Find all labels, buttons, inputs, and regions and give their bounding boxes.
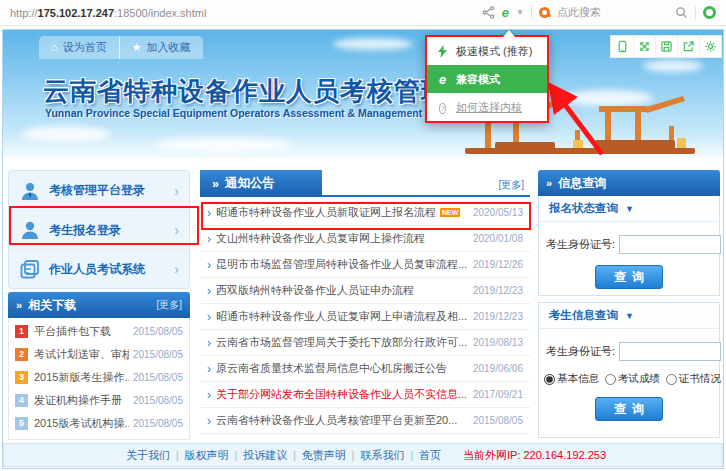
download-date: 2015/08/05 [133, 372, 183, 383]
notice-date: 2019/12/23 [467, 285, 523, 296]
notice-item[interactable]: › 昭通市特种设备作业人员新取证网上报名流程 NEW 2020/05/13 [200, 200, 530, 226]
menu-item-kernel-help[interactable]: ? 如何选择内核 [427, 93, 547, 121]
notice-item[interactable]: › 文山州特种设备作业人员复审网上操作流程 2020/01/08 [200, 226, 530, 252]
info-query-button[interactable]: 查询 [595, 397, 663, 421]
login-label: 考核管理平台登录 [49, 182, 166, 199]
chevron-right-icon: › [207, 284, 211, 298]
notices-more-link[interactable]: [更多] [498, 178, 524, 192]
radio-exam-score[interactable]: 考试成绩 [605, 372, 660, 386]
download-date: 2015/08/05 [133, 395, 183, 406]
rank-badge: 5 [15, 417, 28, 430]
rank-badge: 3 [15, 371, 28, 384]
cloud-decoration [21, 126, 111, 142]
login-item-candidate-signup[interactable]: 考生报名登录 › [9, 210, 189, 249]
notice-date: 2017/09/21 [467, 389, 523, 400]
notice-title: 西双版纳州特种设备作业人员证申办流程 [216, 283, 414, 298]
fullscreen-button[interactable] [633, 36, 655, 57]
notice-title: 文山州特种设备作业人员复审网上操作流程 [216, 231, 425, 246]
notice-item[interactable]: › 云南省特种设备作业人员考核管理平台更新至20... 2015/08/05 [200, 408, 530, 434]
id-field-row: 考生身份证号: [539, 222, 719, 254]
footer: 关于我们| 版权声明| 投诉建议| 免责声明| 联系我们| 首页 当前外网IP:… [3, 443, 723, 467]
exam-card-icon [19, 258, 41, 280]
chevron-down-icon: ▼ [625, 204, 634, 214]
status-query-button[interactable]: 查询 [595, 265, 663, 289]
home-icon: ⌂ [51, 42, 58, 53]
speed-mode-label: 极速模式 (推荐) [456, 44, 532, 59]
download-item[interactable]: 5 2015版考试机构操... 2015/08/05 [9, 412, 189, 435]
notice-item-alert[interactable]: › 关于部分网站发布全国特种设备作业人员不实信息... 2017/09/21 [200, 382, 530, 408]
notice-item[interactable]: › 原云南省质量技术监督局信息中心机房搬迁公告 2019/06/06 [200, 356, 530, 382]
download-item[interactable]: 3 2015新版考生操作... 2015/08/05 [9, 366, 189, 389]
omnibox-search-placeholder[interactable]: 点此搜索 [557, 5, 601, 20]
tab-notices[interactable]: » 通知公告 [200, 170, 322, 197]
chevron-right-icon: › [174, 262, 179, 276]
info-id-input[interactable] [619, 342, 721, 361]
chevron-right-icon: › [207, 258, 211, 272]
banner-quick-tabs: ⌂ 设为首页 ★ 加入收藏 [39, 36, 203, 59]
notice-title: 云南省特种设备作业人员考核管理平台更新至20... [216, 413, 457, 428]
login-item-exam-system[interactable]: 作业人员考试系统 › [9, 249, 189, 288]
notice-item[interactable]: › 西双版纳州特种设备作业人员证申办流程 2019/12/23 [200, 278, 530, 304]
browser-address-bar: http://175.102.17.247:18500/index.shtml … [0, 0, 726, 26]
notice-item[interactable]: › 云南省市场监督管理局关于委托下放部分行政许可... 2019/08/13 [200, 330, 530, 356]
login-label: 作业人员考试系统 [49, 261, 166, 278]
download-date: 2015/08/05 [133, 418, 183, 429]
status-id-input[interactable] [619, 235, 721, 254]
candidate-info-section-header[interactable]: 考生信息查询 ▼ [539, 303, 719, 329]
ie-compat-icon: e [436, 73, 449, 86]
candidate-user-icon [19, 219, 41, 241]
chevron-right-icon: › [207, 388, 211, 402]
signup-status-section-header[interactable]: 报名状态查询 ▼ [539, 196, 719, 222]
footer-link-about[interactable]: 关于我们 [120, 448, 176, 463]
url-text[interactable]: http://175.102.17.247:18500/index.shtml [10, 7, 206, 19]
download-item[interactable]: 1 平台插件包下载 2015/08/05 [9, 320, 189, 343]
site-subtitle: Yunnan Province Special Equipment Operat… [45, 107, 468, 119]
menu-item-speed-mode[interactable]: 极速模式 (推荐) [427, 37, 547, 65]
share-page-button[interactable] [677, 36, 699, 57]
candidate-info-query-panel: 考生信息查询 ▼ 考生身份证号: 基本信息 考试成绩 证书情况 查询 [538, 302, 720, 438]
save-snapshot-button[interactable] [655, 36, 677, 57]
divider [531, 6, 532, 19]
chevron-right-icon: › [207, 362, 211, 376]
footer-link-home[interactable]: 首页 [413, 448, 447, 463]
rank-badge: 1 [15, 325, 28, 338]
footer-link-contact[interactable]: 联系我们 [354, 448, 410, 463]
add-favorite-link[interactable]: ★ 加入收藏 [119, 36, 203, 59]
radio-input[interactable] [544, 374, 555, 385]
browser-page-toolbar [610, 35, 722, 58]
mobile-view-button[interactable] [611, 36, 633, 57]
radio-label: 基本信息 [557, 372, 599, 386]
kernel-dropdown-chevron-icon[interactable]: ▼ [516, 8, 524, 17]
radio-input[interactable] [666, 374, 677, 385]
notice-date: 2019/12/26 [467, 259, 523, 270]
downloads-more-link[interactable]: [更多] [156, 298, 182, 312]
signup-status-label: 报名状态查询 [549, 201, 618, 216]
share-icon[interactable] [482, 6, 495, 19]
footer-link-copyright[interactable]: 版权声明 [179, 448, 235, 463]
download-title: 发证机构操作手册 [34, 393, 129, 408]
search-icon[interactable] [675, 6, 688, 19]
set-home-link[interactable]: ⌂ 设为首页 [39, 36, 119, 59]
login-item-admin-platform[interactable]: 考核管理平台登录 › [9, 171, 189, 210]
radio-input[interactable] [605, 374, 616, 385]
download-title: 2015版考试机构操... [34, 416, 129, 431]
rank-badge: 2 [15, 348, 28, 361]
notice-item[interactable]: › 昭通市特种设备作业人员证复审网上申请流程及相... 2019/12/23 [200, 304, 530, 330]
radio-basic-info[interactable]: 基本信息 [544, 372, 599, 386]
search-engine-logo-icon[interactable] [539, 7, 550, 18]
browser-logo-icon[interactable] [703, 6, 716, 19]
settings-gear-icon[interactable] [699, 36, 721, 57]
download-item[interactable]: 4 发证机构操作手册 2015/08/05 [9, 389, 189, 412]
menu-item-compat-mode[interactable]: e 兼容模式 [427, 65, 547, 93]
download-item[interactable]: 2 考试计划送审、审核 ... 2015/08/05 [9, 343, 189, 366]
footer-link-feedback[interactable]: 投诉建议 [237, 448, 293, 463]
footer-link-disclaimer[interactable]: 免责声明 [296, 448, 352, 463]
download-title: 考试计划送审、审核 ... [34, 347, 129, 362]
browser-kernel-icon[interactable]: e [502, 6, 509, 19]
chevron-right-icon: › [207, 206, 211, 220]
notice-title: 昭通市特种设备作业人员新取证网上报名流程 [216, 205, 436, 220]
signup-status-query-panel: 报名状态查询 ▼ 考生身份证号: 查询 [538, 196, 720, 296]
radio-cert-status[interactable]: 证书情况 [666, 372, 721, 386]
chevron-right-icon: › [207, 336, 211, 350]
notice-item[interactable]: › 昆明市市场监督管理局特种设备作业人员复审流程... 2019/12/26 [200, 252, 530, 278]
